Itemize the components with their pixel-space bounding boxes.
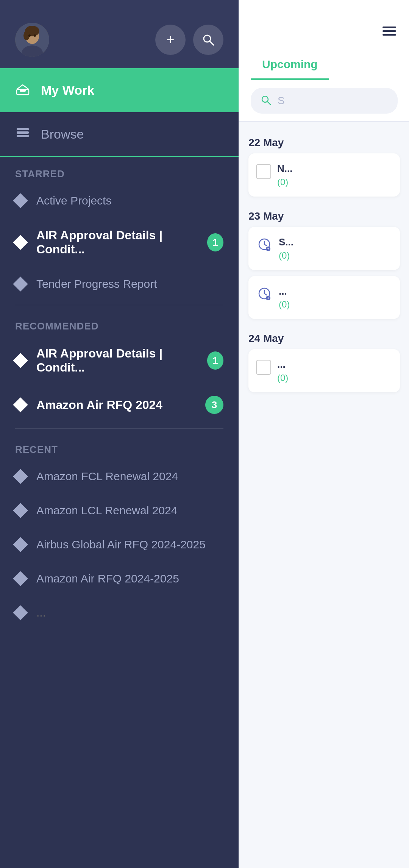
event-count: (0): [279, 250, 392, 261]
tab-upcoming[interactable]: Upcoming: [251, 50, 329, 80]
svg-rect-10: [20, 89, 26, 92]
diamond-icon: [13, 503, 28, 518]
diamond-icon: [13, 397, 28, 412]
checkbox-icon[interactable]: [256, 164, 271, 179]
right-content: 22 May N... (0) 23 May S...: [239, 122, 409, 868]
recommended-section: RECOMMENDED AIR Approval Details | Condi…: [0, 309, 239, 425]
starred-item-label-0: Active Projects: [36, 194, 111, 207]
event-count: (0): [277, 373, 392, 383]
event-card-24may-0[interactable]: ... (0): [248, 349, 400, 392]
right-panel: Upcoming S 22 May N... (0) 23 May: [239, 0, 409, 868]
svg-rect-12: [17, 131, 29, 134]
recommended-item-0[interactable]: AIR Approval Details | Condit... 1: [0, 336, 239, 385]
event-title: ...: [277, 358, 392, 371]
recent-item-label-0: Amazon FCL Renewal 2024: [36, 470, 178, 483]
starred-item-2[interactable]: Tender Progress Report: [0, 267, 239, 301]
recent-item-4[interactable]: ...: [0, 596, 239, 630]
starred-item-label-1: AIR Approval Details | Condit...: [36, 228, 197, 256]
starred-section: STARRED Active Projects AIR Approval Det…: [0, 157, 239, 301]
clock-pin-icon-2: [256, 285, 273, 302]
search-icon: [260, 94, 272, 108]
inbox-icon: [15, 81, 30, 99]
recent-item-label-2: Airbus Global Air RFQ 2024-2025: [36, 538, 206, 551]
hamburger-icon[interactable]: [381, 23, 398, 43]
recommended-badge-0: 1: [207, 351, 223, 370]
date-23-may: 23 May: [248, 203, 400, 227]
event-title: ...: [279, 285, 392, 298]
starred-item-label-2: Tender Progress Report: [36, 278, 157, 290]
recommended-item-label-0: AIR Approval Details | Condit...: [36, 347, 197, 375]
starred-label: STARRED: [0, 157, 239, 184]
search-bar: S: [239, 80, 409, 122]
diamond-icon: [13, 571, 28, 586]
diamond-icon: [13, 276, 28, 292]
recommended-item-label-1: Amazon Air RFQ 2024: [36, 398, 162, 412]
nav-my-work[interactable]: My Work: [0, 68, 239, 112]
browse-label: Browse: [41, 127, 84, 142]
diamond-icon: [13, 469, 28, 484]
starred-item-1[interactable]: AIR Approval Details | Condit... 1: [0, 218, 239, 267]
nav-browse[interactable]: Browse: [0, 112, 239, 156]
diamond-icon: [13, 353, 28, 368]
starred-item-0[interactable]: Active Projects: [0, 184, 239, 218]
date-22-may: 22 May: [248, 129, 400, 153]
svg-rect-15: [382, 30, 396, 32]
event-card-23may-1[interactable]: ... (0): [248, 276, 400, 319]
hamburger-row: [251, 23, 398, 50]
recent-item-label-3: Amazon Air RFQ 2024-2025: [36, 572, 179, 585]
recommended-item-1[interactable]: Amazon Air RFQ 2024 3: [0, 385, 239, 425]
recent-item-label-4: ...: [36, 606, 46, 619]
diamond-icon: [13, 537, 28, 552]
event-details: S... (0): [279, 236, 392, 261]
svg-line-8: [210, 41, 214, 45]
diamond-icon: [13, 193, 28, 208]
recent-item-label-1: Amazon LCL Renewal 2024: [36, 504, 177, 517]
search-placeholder: S: [278, 95, 285, 107]
starred-badge-1: 1: [207, 233, 223, 251]
event-details: N... (0): [277, 162, 392, 187]
svg-point-5: [28, 34, 31, 37]
recent-label: RECENT: [0, 432, 239, 459]
event-card-22may-0[interactable]: N... (0): [248, 153, 400, 197]
tab-row: Upcoming: [251, 50, 398, 80]
section-divider-2: [15, 428, 223, 429]
recommended-label: RECOMMENDED: [0, 309, 239, 336]
svg-rect-11: [17, 128, 29, 130]
event-card-23may-0[interactable]: S... (0): [248, 227, 400, 270]
recent-item-0[interactable]: Amazon FCL Renewal 2024: [0, 459, 239, 493]
right-header: Upcoming: [239, 0, 409, 80]
clock-pin-icon: [256, 236, 273, 253]
diamond-icon: [13, 605, 28, 620]
recent-item-3[interactable]: Amazon Air RFQ 2024-2025: [0, 562, 239, 596]
header-actions: +: [155, 25, 223, 55]
svg-rect-14: [382, 27, 396, 28]
event-title: N...: [277, 162, 392, 175]
search-button[interactable]: [193, 25, 223, 55]
event-details: ... (0): [279, 285, 392, 310]
checkbox-icon-2[interactable]: [256, 360, 271, 375]
diamond-icon: [13, 235, 28, 250]
event-count: (0): [277, 177, 392, 187]
date-24-may: 24 May: [248, 325, 400, 349]
event-title: S...: [279, 236, 392, 249]
svg-rect-13: [17, 135, 29, 137]
sidebar-header: +: [0, 0, 239, 68]
recent-item-2[interactable]: Airbus Global Air RFQ 2024-2025: [0, 528, 239, 562]
my-work-label: My Work: [41, 83, 94, 98]
add-button[interactable]: +: [155, 25, 186, 55]
svg-line-18: [267, 101, 270, 105]
recent-item-1[interactable]: Amazon LCL Renewal 2024: [0, 493, 239, 528]
sidebar: + My Work: [0, 0, 239, 868]
browse-icon: [15, 125, 30, 143]
nav-items: My Work Browse: [0, 68, 239, 156]
svg-point-6: [34, 34, 36, 37]
avatar[interactable]: [15, 23, 49, 57]
search-input-container[interactable]: S: [251, 88, 398, 114]
event-details: ... (0): [277, 358, 392, 383]
svg-rect-16: [382, 34, 396, 36]
recommended-badge-1: 3: [205, 396, 223, 414]
event-count: (0): [279, 299, 392, 310]
recent-section: RECENT Amazon FCL Renewal 2024 Amazon LC…: [0, 432, 239, 630]
section-divider-1: [15, 305, 223, 305]
